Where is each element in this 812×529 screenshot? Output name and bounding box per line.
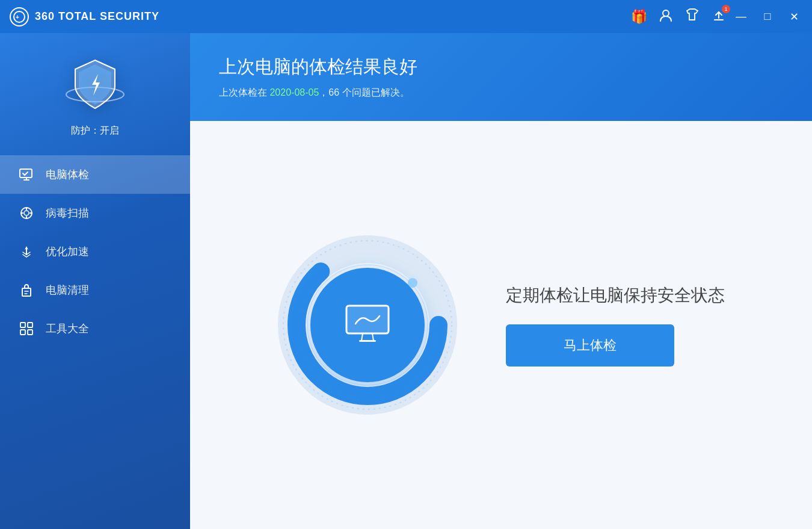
shirt-icon[interactable] <box>684 7 700 26</box>
gift-icon[interactable]: 🎁 <box>631 9 647 25</box>
nav-icon-pc-check <box>18 166 35 183</box>
svg-rect-3 <box>714 19 724 20</box>
content-header: 上次电脑的体检结果良好 上次体检在 2020-08-05，66 个问题已解决。 <box>190 33 812 121</box>
title-bar-actions: 🎁 1 <box>631 7 727 26</box>
logo-circle: + <box>10 7 29 26</box>
svg-text:+: + <box>16 14 20 20</box>
nav-icon-tools <box>18 320 35 337</box>
right-panel: 定期体检让电脑保持安全状态 马上体检 <box>506 283 725 366</box>
nav-item-optimize[interactable]: 优化加速 <box>0 232 190 271</box>
svg-point-2 <box>663 10 669 16</box>
notification-badge: 1 <box>722 5 730 13</box>
minimize-button[interactable]: — <box>733 8 749 25</box>
svg-rect-8 <box>22 288 31 296</box>
nav-item-tools[interactable]: 工具大全 <box>0 309 190 348</box>
monitor-icon <box>343 303 392 347</box>
header-date: 2020-08-05 <box>269 87 319 97</box>
shield-icon <box>62 51 128 117</box>
nav-icon-virus-scan <box>18 205 35 221</box>
sidebar: 防护：开启 电脑体检 <box>0 33 190 529</box>
app-title: 360 TOTAL SECURITY <box>35 10 159 23</box>
promo-text: 定期体检让电脑保持安全状态 <box>506 283 725 307</box>
svg-rect-12 <box>28 330 32 335</box>
close-button[interactable]: ✕ <box>786 8 802 25</box>
svg-rect-9 <box>20 323 25 327</box>
sidebar-logo-area: 防护：开启 <box>0 33 190 149</box>
svg-rect-11 <box>20 330 25 335</box>
content-body: 定期体检让电脑保持安全状态 马上体检 <box>190 121 812 529</box>
nav-label-pc-check: 电脑体检 <box>46 167 89 182</box>
main-layout: 防护：开启 电脑体检 <box>0 33 812 529</box>
title-bar: + 360 TOTAL SECURITY 🎁 1 — □ <box>0 0 812 33</box>
nav-label-optimize: 优化加速 <box>46 244 89 259</box>
nav-label-virus-scan: 病毒扫描 <box>46 206 89 220</box>
upload-icon[interactable]: 1 <box>711 7 727 26</box>
content-area: 上次电脑的体检结果良好 上次体检在 2020-08-05，66 个问题已解决。 <box>190 33 812 529</box>
scan-button[interactable]: 马上体检 <box>506 324 674 367</box>
nav-item-clean[interactable]: 电脑清理 <box>0 271 190 309</box>
window-controls: — □ ✕ <box>733 8 802 25</box>
nav-item-virus-scan[interactable]: 病毒扫描 <box>0 194 190 232</box>
nav-label-tools: 工具大全 <box>46 321 89 336</box>
nav-label-clean: 电脑清理 <box>46 283 89 297</box>
svg-rect-10 <box>28 323 32 327</box>
subtitle-suffix: ，66 个问题已解决。 <box>319 87 409 97</box>
header-title: 上次电脑的体检结果良好 <box>219 55 783 79</box>
shield-icon-wrap <box>62 51 128 117</box>
header-subtitle: 上次体检在 2020-08-05，66 个问题已解决。 <box>219 87 783 99</box>
svg-rect-20 <box>359 340 376 342</box>
donut-center <box>310 268 425 382</box>
sidebar-nav: 电脑体检 病毒扫描 <box>0 155 190 348</box>
user-icon[interactable] <box>658 7 674 26</box>
nav-item-pc-check[interactable]: 电脑体检 <box>0 155 190 194</box>
donut-chart <box>277 235 458 415</box>
app-logo: + 360 TOTAL SECURITY <box>10 7 159 26</box>
protection-status: 防护：开启 <box>71 125 119 137</box>
nav-icon-clean <box>18 282 35 299</box>
subtitle-prefix: 上次体检在 <box>219 87 269 97</box>
nav-icon-optimize <box>18 243 35 260</box>
svg-point-7 <box>24 211 29 215</box>
maximize-button[interactable]: □ <box>759 8 776 25</box>
